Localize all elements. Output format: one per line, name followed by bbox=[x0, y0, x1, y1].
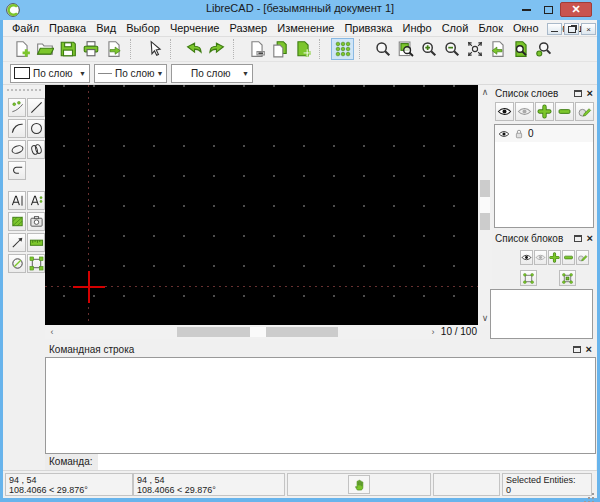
title-bar[interactable]: LibreCAD - [безымянный документ 1] ✕ bbox=[0, 0, 600, 20]
menu-file[interactable]: Файл bbox=[7, 21, 44, 35]
pen-color-select[interactable]: По слою ▼ bbox=[10, 64, 90, 83]
edit-block-button[interactable] bbox=[576, 250, 589, 265]
menu-window[interactable]: Окно bbox=[508, 21, 544, 35]
dimension-button[interactable] bbox=[27, 233, 45, 252]
image-button[interactable] bbox=[27, 212, 45, 231]
color-swatch-icon bbox=[14, 67, 30, 79]
float-dock-icon[interactable] bbox=[573, 346, 581, 353]
zoom-page-button[interactable] bbox=[509, 38, 532, 60]
mdi-restore-button[interactable] bbox=[564, 23, 579, 35]
mouse-hint-box bbox=[287, 473, 431, 496]
block-button[interactable] bbox=[27, 254, 45, 273]
arc-button[interactable] bbox=[8, 119, 26, 138]
menu-info[interactable]: Инфо bbox=[397, 21, 436, 35]
pen-linetype-select[interactable]: По слою ▼ bbox=[171, 64, 253, 83]
block-toolbar-row1 bbox=[520, 250, 589, 265]
close-dock-icon[interactable]: × bbox=[587, 88, 593, 99]
drawing-canvas[interactable] bbox=[45, 85, 478, 325]
block-list[interactable] bbox=[490, 289, 593, 339]
horizontal-scrollbar[interactable]: ‹ › bbox=[45, 325, 440, 339]
zoom-window-button[interactable] bbox=[394, 38, 417, 60]
print-preview-button[interactable] bbox=[102, 38, 125, 60]
layer-visibility-icon[interactable] bbox=[498, 128, 510, 140]
insert-block-button[interactable] bbox=[559, 270, 576, 286]
curve-button[interactable] bbox=[27, 140, 45, 159]
command-history[interactable] bbox=[45, 357, 596, 454]
hide-all-layers-button[interactable] bbox=[515, 102, 534, 121]
hatch-button[interactable] bbox=[8, 212, 26, 231]
create-block-button[interactable] bbox=[520, 270, 537, 286]
pan-button[interactable] bbox=[532, 38, 555, 60]
menu-dimension[interactable]: Размер bbox=[224, 21, 272, 35]
line-button[interactable] bbox=[27, 98, 45, 117]
chevron-down-icon: ▼ bbox=[155, 70, 164, 77]
layer-lock-icon[interactable] bbox=[513, 128, 525, 140]
grid-button[interactable] bbox=[331, 38, 354, 60]
scroll-left-arrow-icon[interactable]: ‹ bbox=[45, 325, 59, 339]
menu-select[interactable]: Выбор bbox=[121, 21, 165, 35]
menu-modify[interactable]: Изменение bbox=[272, 21, 339, 35]
mtext-button[interactable] bbox=[27, 191, 45, 210]
menu-view[interactable]: Вид bbox=[91, 21, 121, 35]
menu-block[interactable]: Блок bbox=[473, 21, 508, 35]
float-dock-icon[interactable] bbox=[574, 90, 582, 97]
copy-button[interactable] bbox=[268, 38, 291, 60]
menu-draw[interactable]: Черчение bbox=[165, 21, 225, 35]
block-list-titlebar[interactable]: Список блоков × bbox=[492, 231, 596, 246]
polyline-button[interactable] bbox=[8, 161, 26, 180]
add-block-button[interactable] bbox=[548, 250, 561, 265]
mdi-close-button[interactable]: × bbox=[581, 23, 596, 35]
pen-width-select[interactable]: По слою ▼ bbox=[94, 64, 167, 83]
layer-list-titlebar[interactable]: Список слоев × bbox=[492, 86, 596, 101]
float-dock-icon[interactable] bbox=[574, 235, 582, 242]
menu-edit[interactable]: Правка bbox=[44, 21, 91, 35]
close-dock-icon[interactable]: × bbox=[587, 233, 593, 244]
show-all-blocks-button[interactable] bbox=[520, 250, 533, 265]
zoom-out-button[interactable] bbox=[440, 38, 463, 60]
cursor-button[interactable] bbox=[142, 38, 165, 60]
menu-layer[interactable]: Слой bbox=[437, 21, 474, 35]
scroll-up-arrow-icon[interactable]: ∧ bbox=[478, 85, 492, 99]
zoom-button[interactable] bbox=[371, 38, 394, 60]
hide-all-blocks-button[interactable] bbox=[534, 250, 547, 265]
show-all-layers-button[interactable] bbox=[495, 102, 514, 121]
maximize-button[interactable] bbox=[540, 2, 556, 17]
save-file-button[interactable] bbox=[56, 38, 79, 60]
ellipse-button[interactable] bbox=[8, 140, 26, 159]
print-button[interactable] bbox=[79, 38, 102, 60]
close-dock-icon[interactable]: × bbox=[586, 344, 592, 355]
command-dock-titlebar[interactable]: Командная строка × bbox=[45, 341, 596, 357]
scroll-right-arrow-icon[interactable]: › bbox=[426, 325, 440, 339]
resize-grip[interactable] bbox=[592, 493, 594, 495]
circle-button[interactable] bbox=[27, 119, 45, 138]
close-button[interactable]: ✕ bbox=[560, 2, 592, 17]
measure-button[interactable] bbox=[8, 254, 26, 273]
selected-entities-label: Selected Entities: bbox=[506, 475, 588, 485]
prev-view-button[interactable] bbox=[486, 38, 509, 60]
dim-leader-button[interactable] bbox=[8, 233, 26, 252]
edit-layer-button[interactable] bbox=[575, 102, 594, 121]
text-button[interactable] bbox=[8, 191, 26, 210]
remove-layer-button[interactable] bbox=[555, 102, 574, 121]
command-input[interactable] bbox=[98, 454, 596, 470]
layer-list[interactable]: 0 bbox=[494, 124, 594, 228]
relative-coordinates: 94 , 54 108.4066 < 29.876° bbox=[133, 473, 285, 496]
auto-zoom-button[interactable] bbox=[463, 38, 486, 60]
remove-block-button[interactable] bbox=[562, 250, 575, 265]
redo-button[interactable] bbox=[205, 38, 228, 60]
undo-button[interactable] bbox=[182, 38, 205, 60]
menu-bar: ФайлПравкаВидВыборЧерчениеРазмерИзменени… bbox=[3, 20, 597, 37]
menu-snap[interactable]: Привязка bbox=[339, 21, 397, 35]
paste-button[interactable] bbox=[291, 38, 314, 60]
horizontal-scrollbar-thumb[interactable] bbox=[177, 327, 338, 337]
minimize-button[interactable] bbox=[518, 2, 534, 17]
vertical-scrollbar-thumb[interactable] bbox=[480, 180, 490, 230]
points-button[interactable] bbox=[8, 98, 26, 117]
mdi-minimize-button[interactable] bbox=[547, 23, 562, 35]
new-file-button[interactable] bbox=[10, 38, 33, 60]
zoom-in-button[interactable] bbox=[417, 38, 440, 60]
open-file-button[interactable] bbox=[33, 38, 56, 60]
hand-pointer-button[interactable] bbox=[348, 475, 370, 494]
cut-button[interactable] bbox=[245, 38, 268, 60]
add-layer-button[interactable] bbox=[535, 102, 554, 121]
